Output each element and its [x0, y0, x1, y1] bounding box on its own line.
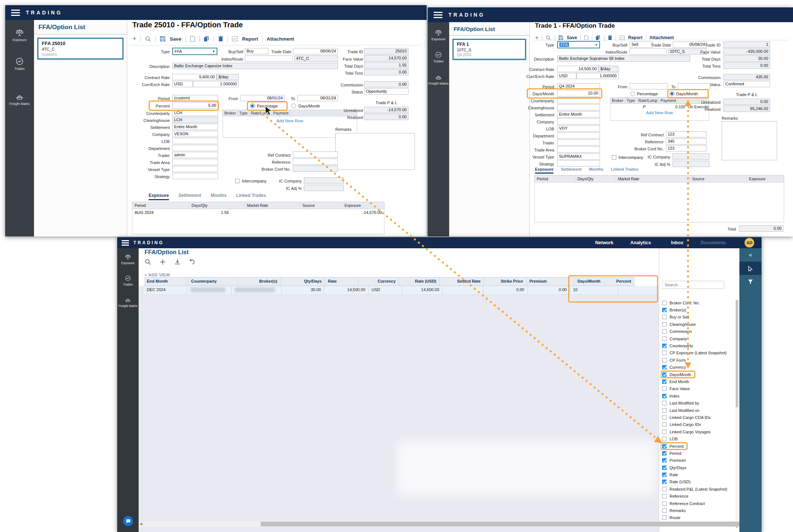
status-field[interactable]: Confirmed — [723, 81, 770, 87]
column-checkbox[interactable] — [662, 329, 667, 334]
tab-settlement[interactable]: Settlement — [561, 167, 582, 174]
reference-field[interactable] — [293, 158, 338, 165]
column-checkbox[interactable] — [662, 437, 667, 441]
column-checkbox[interactable] — [662, 379, 667, 384]
add-button[interactable]: + — [535, 34, 539, 41]
column-list-item[interactable]: End Month — [661, 378, 733, 385]
exchrate-field[interactable]: 1.000000 — [193, 81, 239, 87]
column-list-item[interactable]: Route — [661, 514, 733, 521]
column-list-item[interactable]: Linked Cargo COA IDs — [661, 414, 733, 421]
column-list-item[interactable]: LOB — [661, 435, 733, 442]
column-checkbox[interactable] — [662, 508, 667, 513]
currency-field[interactable]: USD — [557, 73, 576, 79]
menu-icon[interactable] — [11, 10, 20, 16]
column-header[interactable]: Strike Price — [484, 277, 526, 286]
chat-button[interactable] — [123, 516, 133, 526]
counterparty-field[interactable]: LCH — [172, 110, 218, 116]
daysmonth-radio[interactable] — [670, 91, 674, 96]
percent-field[interactable]: 5.00 — [172, 102, 218, 109]
column-header[interactable]: Qty/Days — [281, 277, 325, 286]
column-list-item[interactable]: Days/Month — [661, 371, 695, 378]
indexroute-field[interactable] — [630, 48, 667, 55]
period-field[interactable]: (custom) — [172, 95, 218, 101]
strategy-field[interactable] — [172, 173, 218, 179]
column-list-item[interactable]: Realized P&L (Latest Snapshot) — [661, 485, 733, 492]
tab-months[interactable]: Months — [589, 167, 603, 174]
column-list-item[interactable]: Period — [661, 450, 733, 457]
tradearea-field[interactable] — [172, 159, 218, 165]
sidebar-item-freight-matrix[interactable]: Freight Matrix — [5, 92, 34, 106]
sidebar-item-exposure[interactable]: Exposure — [5, 28, 34, 42]
company-field[interactable] — [557, 118, 600, 125]
currency-field[interactable]: USD — [172, 81, 193, 87]
column-header[interactable]: Rate — [325, 277, 358, 286]
attachment-button[interactable]: Attachment — [267, 36, 294, 42]
new-document-icon[interactable] — [190, 36, 195, 42]
column-checkbox[interactable] — [662, 430, 667, 434]
settlement-field[interactable]: Entire Month — [172, 124, 218, 130]
column-list-item[interactable]: Rate — [661, 471, 733, 478]
column-checkbox[interactable] — [662, 401, 667, 405]
column-list-item[interactable]: Buy or Sell — [661, 314, 733, 321]
collapse-panel-button[interactable]: « — [739, 248, 762, 262]
horizontal-scrollbar[interactable]: ◀ — [139, 521, 739, 527]
column-list-item[interactable]: Reference Contract — [661, 500, 733, 507]
column-list-item[interactable]: Broker Conf. No. — [661, 299, 733, 306]
column-checkbox[interactable] — [662, 408, 667, 413]
column-checkbox[interactable] — [662, 473, 667, 477]
panel-scrollbar[interactable] — [735, 299, 739, 525]
add-button[interactable]: + — [132, 35, 136, 43]
column-list-item[interactable]: CP Form — [661, 357, 733, 364]
nav-analytics[interactable]: Analytics — [630, 240, 651, 245]
column-list-item[interactable]: Premium — [661, 457, 733, 464]
tab-exposure[interactable]: Exposure — [149, 193, 169, 200]
column-checkbox[interactable] — [662, 487, 667, 491]
column-checkbox[interactable] — [662, 322, 667, 327]
column-list-item[interactable]: Percent — [661, 443, 687, 450]
nav-documents[interactable]: Documents — [701, 240, 726, 245]
contractrate-field[interactable]: 14,500.00 — [557, 66, 599, 72]
column-checkbox[interactable] — [662, 480, 667, 484]
trader-field[interactable]: admin — [172, 152, 218, 158]
from-field[interactable] — [630, 83, 667, 89]
avatar[interactable]: AD — [745, 238, 754, 248]
column-header[interactable]: End Month — [144, 277, 188, 286]
table-row[interactable]: DEC 2024 30.00 14,500.00 USD 14,500.00 0… — [144, 286, 657, 295]
column-list-item[interactable]: Reference — [661, 493, 733, 500]
period-field[interactable]: Q4 2024 — [557, 83, 600, 89]
column-list-item[interactable]: Rate (USD) — [661, 478, 733, 485]
copy-icon[interactable] — [204, 36, 210, 42]
tradearea-field[interactable] — [557, 146, 600, 153]
column-checkbox[interactable] — [662, 301, 667, 305]
trader-field[interactable] — [557, 139, 600, 146]
copy-icon[interactable] — [596, 35, 601, 40]
nav-inbox[interactable]: Inbox — [671, 240, 683, 245]
reset-view-button[interactable] — [189, 259, 196, 265]
column-list-item[interactable]: Last Modified on — [661, 407, 733, 414]
new-document-icon[interactable] — [584, 35, 589, 40]
tab-settlement[interactable]: Settlement — [179, 193, 201, 200]
counterparty-field[interactable] — [557, 97, 600, 103]
column-checkbox[interactable] — [662, 365, 667, 369]
column-list-item[interactable]: Clearinghouse — [661, 321, 733, 328]
column-header[interactable]: Days/Month — [575, 277, 613, 286]
scroll-left-icon[interactable]: ◀ — [140, 522, 142, 526]
delete-icon[interactable] — [608, 35, 612, 40]
daysmonth-field[interactable]: 10.00 — [557, 90, 600, 96]
column-checkbox[interactable] — [662, 372, 667, 377]
column-checkbox[interactable] — [662, 466, 667, 470]
column-checkbox[interactable] — [662, 501, 667, 506]
column-list-item[interactable]: Last Modified by — [661, 399, 733, 406]
export-button[interactable] — [174, 259, 181, 265]
column-list-item[interactable]: Broker(s) — [661, 306, 733, 313]
column-header[interactable]: Currency — [358, 277, 399, 286]
column-header[interactable]: Broker(s) — [238, 277, 281, 286]
from-field[interactable]: 08/01/24 — [240, 95, 285, 101]
nav-network[interactable]: Network — [595, 240, 613, 245]
pointer-tool-button[interactable] — [739, 262, 762, 275]
column-header[interactable]: Settled Rate — [440, 277, 484, 286]
column-checkbox[interactable] — [662, 458, 667, 463]
column-header[interactable]: Rate (USD) — [399, 277, 440, 286]
company-field[interactable]: VESON — [172, 131, 218, 137]
column-checkbox[interactable] — [662, 494, 667, 498]
